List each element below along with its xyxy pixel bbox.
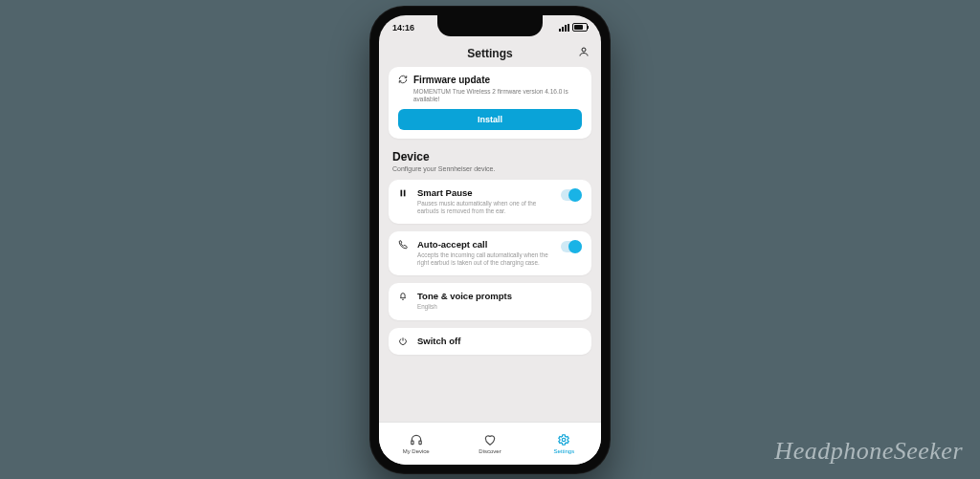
phone-icon	[398, 240, 410, 250]
device-section-title: Device	[392, 150, 588, 163]
svg-rect-2	[404, 189, 406, 196]
firmware-title-row: Firmware update	[398, 75, 582, 85]
firmware-update-card: Firmware update MOMENTUM True Wireless 2…	[389, 67, 591, 139]
headphones-icon	[410, 433, 423, 446]
auto-accept-card[interactable]: Auto-accept call Accepts the incoming ca…	[389, 231, 591, 275]
profile-icon[interactable]	[578, 46, 590, 57]
power-icon	[398, 337, 410, 346]
bottom-tab-bar: My Device Discover Settings	[379, 422, 601, 465]
tab-discover[interactable]: Discover	[453, 423, 526, 465]
auto-accept-subtitle: Accepts the incoming call automatically …	[417, 251, 553, 267]
tone-prompts-card[interactable]: Tone & voice prompts English	[389, 283, 591, 319]
watermark: HeadphoneSeeker	[774, 437, 963, 466]
firmware-title: Firmware update	[413, 75, 490, 85]
switch-off-card[interactable]: Switch off	[389, 328, 591, 355]
status-time: 14:16	[392, 23, 414, 33]
firmware-subtitle: MOMENTUM True Wireless 2 firmware versio…	[413, 88, 582, 103]
svg-rect-1	[401, 189, 403, 196]
tone-title: Tone & voice prompts	[417, 291, 582, 301]
svg-point-5	[563, 438, 567, 442]
status-indicators	[559, 23, 588, 32]
phone-screen: 14:16 Settings Firmware update MOMENTUM …	[379, 15, 601, 465]
smart-pause-toggle[interactable]	[561, 189, 582, 201]
smart-pause-subtitle: Pauses music automatically when one of t…	[417, 200, 553, 215]
pause-icon	[398, 188, 410, 198]
switch-off-title: Switch off	[417, 336, 582, 346]
gear-icon	[557, 433, 570, 446]
install-button[interactable]: Install	[398, 109, 582, 130]
refresh-icon	[398, 75, 408, 84]
heart-icon	[483, 433, 497, 446]
phone-notch	[437, 15, 543, 36]
device-section-header: Device Configure your Sennheiser device.	[389, 146, 591, 172]
auto-accept-toggle[interactable]	[561, 241, 582, 252]
content-scroll[interactable]: Firmware update MOMENTUM True Wireless 2…	[379, 67, 601, 428]
tab-my-device-label: My Device	[403, 448, 430, 454]
smart-pause-title: Smart Pause	[417, 187, 553, 198]
tab-settings-label: Settings	[553, 448, 574, 454]
tone-subtitle: English	[417, 303, 582, 311]
bell-icon	[398, 292, 410, 301]
svg-rect-4	[419, 441, 421, 445]
auto-accept-title: Auto-accept call	[417, 239, 553, 250]
tab-my-device[interactable]: My Device	[379, 423, 453, 465]
page-header: Settings	[379, 40, 601, 67]
tab-settings[interactable]: Settings	[527, 423, 601, 465]
device-section-subtitle: Configure your Sennheiser device.	[392, 165, 588, 172]
tab-discover-label: Discover	[479, 448, 501, 454]
svg-point-0	[582, 48, 586, 52]
phone-frame: 14:16 Settings Firmware update MOMENTUM …	[369, 6, 611, 474]
battery-icon	[572, 23, 588, 32]
signal-icon	[559, 24, 569, 32]
svg-rect-3	[411, 441, 412, 445]
page-title: Settings	[467, 47, 512, 60]
smart-pause-card[interactable]: Smart Pause Pauses music automatically w…	[389, 180, 591, 224]
